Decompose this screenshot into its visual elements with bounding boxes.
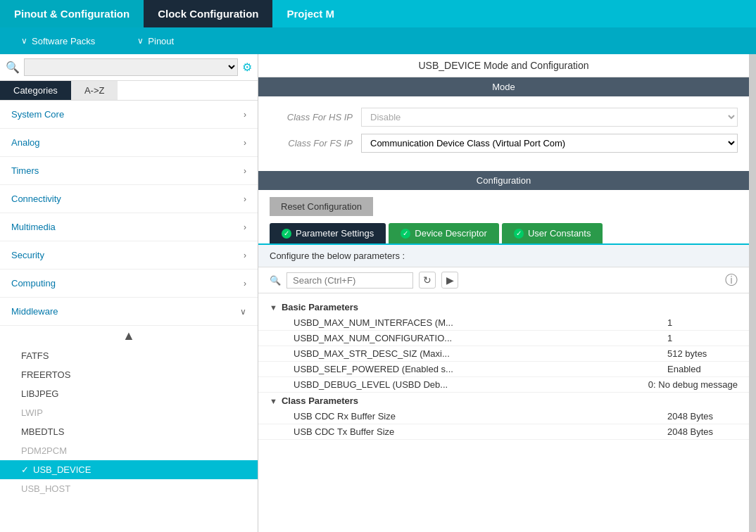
tab-categories[interactable]: Categories bbox=[0, 81, 71, 100]
param-name: USBD_MAX_NUM_CONFIGURATIO... bbox=[294, 333, 653, 343]
hs-ip-label: Class For HS IP bbox=[270, 112, 361, 122]
param-name: USBD_DEBUG_LEVEL (USBD Deb... bbox=[294, 379, 634, 390]
sidebar-item-system-core[interactable]: System Core › bbox=[0, 101, 258, 129]
check-icon: ✓ bbox=[21, 464, 29, 475]
software-packs-arrow: ∨ bbox=[21, 36, 27, 46]
middleware-libjpeg[interactable]: LIBJPEG bbox=[0, 384, 258, 403]
param-settings-label: Parameter Settings bbox=[296, 228, 374, 239]
user-constants-check-icon: ✓ bbox=[514, 229, 524, 239]
next-icon-btn[interactable]: ▶ bbox=[441, 272, 458, 289]
param-value: 1 bbox=[653, 333, 738, 343]
basic-params-group-header[interactable]: ▼ Basic Parameters bbox=[258, 299, 749, 315]
gear-icon[interactable]: ⚙ bbox=[242, 61, 252, 74]
param-name: USBD_MAX_STR_DESC_SIZ (Maxi... bbox=[294, 348, 653, 359]
param-name: USB CDC Rx Buffer Size bbox=[294, 411, 653, 422]
sidebar-item-label: Timers bbox=[11, 165, 39, 176]
middleware-usb-host: USB_HOST bbox=[0, 479, 258, 498]
chevron-right-icon: › bbox=[244, 279, 246, 289]
param-name: USBD_SELF_POWERED (Enabled s... bbox=[294, 364, 653, 374]
param-row: USBD_MAX_NUM_INTERFACES (M... 1 bbox=[258, 315, 749, 331]
basic-params-label: Basic Parameters bbox=[282, 302, 358, 312]
sidebar-list: System Core › Analog › Timers › Connecti… bbox=[0, 101, 258, 532]
param-value: 1 bbox=[653, 317, 738, 328]
middleware-fatfs[interactable]: FATFS bbox=[0, 346, 258, 365]
class-params-group-header[interactable]: ▼ Class Parameters bbox=[258, 393, 749, 409]
mode-section-header: Mode bbox=[258, 77, 749, 96]
sidebar-item-label: Computing bbox=[11, 278, 56, 289]
tab-user-constants[interactable]: ✓ User Constants bbox=[502, 223, 603, 243]
param-value: 2048 Bytes bbox=[653, 426, 738, 437]
middleware-expand-button[interactable]: ▲ bbox=[0, 326, 258, 346]
params-search-bar: 🔍 ↻ ▶ ⓘ bbox=[258, 267, 749, 293]
collapse-arrow-icon: ▼ bbox=[270, 397, 277, 405]
search-icon: 🔍 bbox=[270, 275, 281, 286]
nav-pinout[interactable]: Pinout & Configuration bbox=[0, 0, 144, 27]
tab-device-descriptor[interactable]: ✓ Device Descriptor bbox=[389, 223, 499, 243]
sidebar-item-multimedia[interactable]: Multimedia › bbox=[0, 213, 258, 241]
param-value: 512 bytes bbox=[653, 348, 738, 359]
chevron-right-icon: › bbox=[244, 110, 246, 120]
collapse-arrow-icon: ▼ bbox=[270, 303, 277, 312]
sidebar-search-bar: 🔍 ⚙ bbox=[0, 54, 258, 81]
sidebar-item-connectivity[interactable]: Connectivity › bbox=[0, 185, 258, 213]
expand-icon: ▲ bbox=[122, 329, 135, 343]
nav-project[interactable]: Project M bbox=[272, 0, 348, 27]
param-value: Enabled bbox=[653, 364, 738, 374]
middleware-freertos[interactable]: FREERTOS bbox=[0, 365, 258, 384]
tab-parameter-settings[interactable]: ✓ Parameter Settings bbox=[270, 223, 386, 243]
middleware-sub-items: FATFS FREERTOS LIBJPEG LWIP MBEDTLS PDM2… bbox=[0, 346, 258, 498]
sidebar-item-timers[interactable]: Timers › bbox=[0, 157, 258, 185]
param-row: USBD_SELF_POWERED (Enabled s... Enabled bbox=[258, 362, 749, 377]
reset-config-button[interactable]: Reset Configuration bbox=[270, 197, 373, 216]
chevron-down-icon: ∨ bbox=[240, 307, 246, 317]
mode-row-hs: Class For HS IP Disable bbox=[270, 108, 738, 127]
sidebar-item-label: Security bbox=[11, 250, 44, 260]
pinout-label: Pinout bbox=[148, 36, 174, 46]
middleware-label: Middleware bbox=[11, 306, 58, 317]
search-dropdown[interactable] bbox=[24, 58, 238, 76]
params-list: ▼ Basic Parameters USBD_MAX_NUM_INTERFAC… bbox=[258, 293, 749, 532]
middleware-usb-device[interactable]: ✓ USB_DEVICE bbox=[0, 460, 258, 479]
config-section: Configuration Reset Configuration ✓ Para… bbox=[258, 171, 749, 532]
refresh-icon-btn[interactable]: ↻ bbox=[419, 272, 436, 289]
search-icon: 🔍 bbox=[6, 61, 20, 74]
param-settings-check-icon: ✓ bbox=[282, 229, 291, 239]
param-row: USB CDC Rx Buffer Size 2048 Bytes bbox=[258, 409, 749, 424]
fs-ip-label: Class For FS IP bbox=[270, 138, 361, 148]
fs-ip-select[interactable]: Communication Device Class (Virtual Port… bbox=[361, 134, 738, 153]
sidebar-item-label: Analog bbox=[11, 137, 39, 148]
mode-row-fs: Class For FS IP Communication Device Cla… bbox=[270, 134, 738, 153]
chevron-right-icon: › bbox=[244, 194, 246, 204]
chevron-right-icon: › bbox=[244, 166, 246, 176]
sidebar-item-computing[interactable]: Computing › bbox=[0, 270, 258, 298]
main-layout: 🔍 ⚙ Categories A->Z System Core › Analog… bbox=[0, 54, 756, 532]
param-value: 0: No debug message bbox=[634, 379, 738, 390]
params-banner: Configure the below parameters : bbox=[258, 245, 749, 267]
device-descriptor-check-icon: ✓ bbox=[401, 229, 410, 239]
params-search-input[interactable] bbox=[286, 272, 413, 289]
nav-clock[interactable]: Clock Configuration bbox=[144, 0, 272, 27]
sidebar-item-label: Connectivity bbox=[11, 194, 61, 204]
right-scrollbar-handle[interactable] bbox=[749, 54, 756, 532]
param-value: 2048 Bytes bbox=[653, 411, 738, 422]
middleware-mbedtls[interactable]: MBEDTLS bbox=[0, 422, 258, 441]
mode-section: Class For HS IP Disable Class For FS IP … bbox=[258, 96, 749, 171]
sidebar-item-analog[interactable]: Analog › bbox=[0, 129, 258, 157]
usb-device-label: USB_DEVICE bbox=[33, 464, 91, 475]
user-constants-label: User Constants bbox=[528, 228, 591, 239]
tab-a-z[interactable]: A->Z bbox=[71, 81, 118, 100]
nav-software-packs[interactable]: ∨ Software Packs bbox=[0, 27, 116, 54]
hs-ip-select: Disable bbox=[361, 108, 738, 127]
content-area: USB_DEVICE Mode and Configuration Mode C… bbox=[258, 54, 749, 532]
sidebar-item-label: System Core bbox=[11, 109, 64, 120]
content-title: USB_DEVICE Mode and Configuration bbox=[258, 54, 749, 77]
nav-pinout2[interactable]: ∨ Pinout bbox=[116, 27, 195, 54]
sidebar-item-middleware[interactable]: Middleware ∨ bbox=[0, 298, 258, 326]
sidebar-item-security[interactable]: Security › bbox=[0, 241, 258, 270]
second-nav: ∨ Software Packs ∨ Pinout bbox=[0, 27, 756, 54]
param-row: USBD_MAX_NUM_CONFIGURATIO... 1 bbox=[258, 331, 749, 346]
chevron-right-icon: › bbox=[244, 222, 246, 232]
pinout-arrow: ∨ bbox=[137, 36, 144, 46]
info-icon[interactable]: ⓘ bbox=[725, 272, 738, 289]
chevron-right-icon: › bbox=[244, 138, 246, 148]
